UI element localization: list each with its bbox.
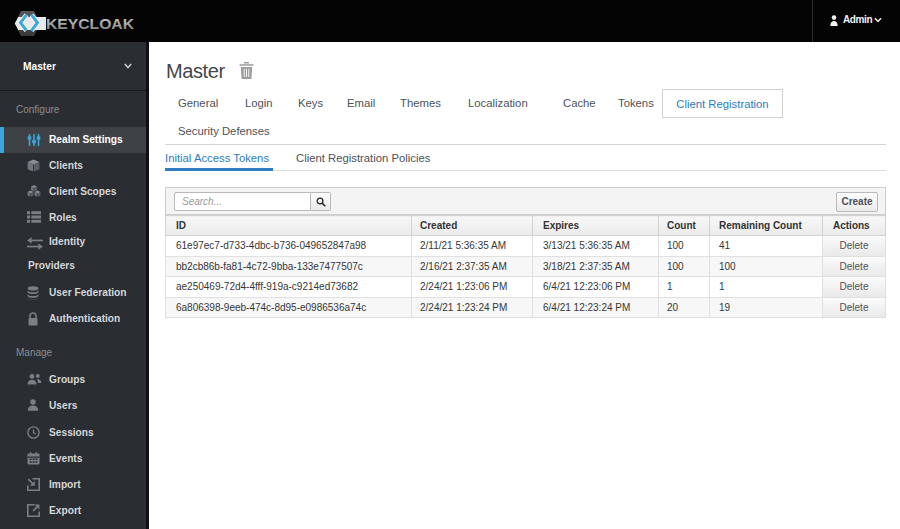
svg-text:KEYCLOAK: KEYCLOAK	[46, 15, 135, 32]
